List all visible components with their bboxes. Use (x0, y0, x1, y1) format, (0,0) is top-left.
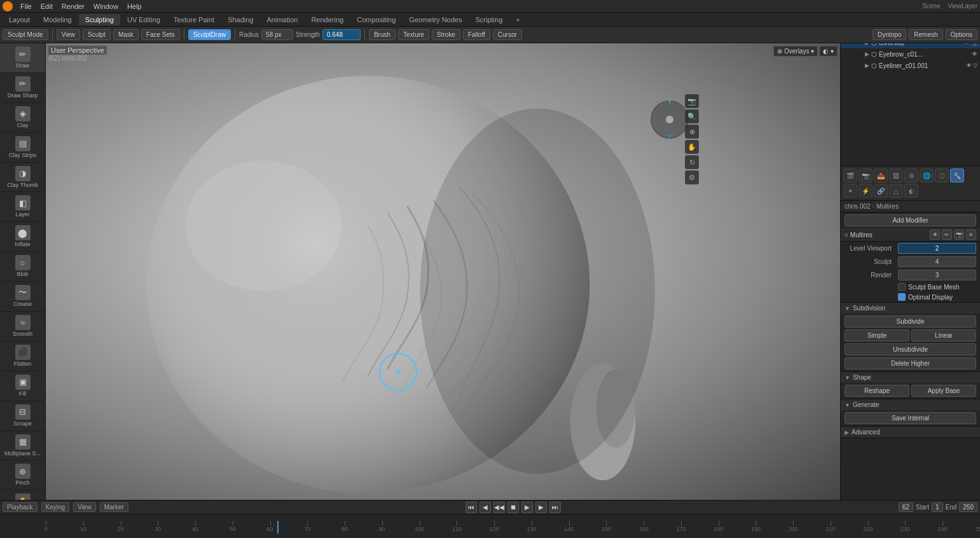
settings-icon[interactable]: ⚙ (685, 170, 699, 184)
prop-physics-icon[interactable]: ⚡ (859, 184, 873, 198)
options-btn[interactable]: Options (946, 29, 977, 40)
viewport[interactable]: User Perspective (62) chris.002 ⊕ Overla… (46, 43, 840, 500)
step-back-btn[interactable]: ◀ (480, 502, 491, 513)
radius-input[interactable] (261, 29, 293, 40)
prop-view-layer-icon[interactable]: 🖼 (889, 169, 903, 183)
tool-clay-strips[interactable]: ▤ Clay Strips (0, 133, 45, 163)
view-btn[interactable]: View (73, 502, 96, 512)
jump-end-btn[interactable]: ⏭ (549, 502, 561, 513)
prop-material-icon[interactable]: ◐ (904, 184, 918, 198)
overlays-btn[interactable]: ⊕ Overlays ▾ (773, 46, 818, 57)
sculpt-base-mesh-checkbox[interactable] (898, 283, 906, 291)
cursor-dropdown[interactable]: Cursor (493, 29, 522, 40)
stop-btn[interactable]: ⏹ (507, 502, 519, 513)
play-btn[interactable]: ▶ (521, 502, 533, 513)
tab-animation[interactable]: Animation (261, 14, 305, 25)
timeline-track[interactable]: 0102030405060708090100110120130140150160… (46, 521, 980, 534)
tab-sculpting[interactable]: Sculpting (79, 14, 120, 25)
generate-header[interactable]: ▼ Generate (841, 399, 980, 410)
delete-higher-btn[interactable]: Delete Higher (845, 357, 976, 369)
prop-constraints-icon[interactable]: 🔗 (874, 184, 888, 198)
apply-base-btn[interactable]: Apply Base (911, 385, 976, 397)
start-frame-input[interactable]: 1 (932, 502, 943, 512)
tool-blob[interactable]: ○ Blob (0, 252, 45, 282)
prop-modifier-icon[interactable]: 🔧 (950, 169, 964, 183)
dyntopo-btn[interactable]: Dyntopo (873, 29, 906, 40)
shape-header[interactable]: ▼ Shape (841, 372, 980, 383)
tab-layout[interactable]: Layout (3, 14, 36, 25)
menu-window[interactable]: Window (90, 1, 122, 11)
jump-start-btn[interactable]: ⏮ (466, 502, 477, 513)
keying-btn[interactable]: Keying (41, 502, 70, 512)
menu-render[interactable]: Render (58, 1, 88, 11)
tool-clay-thumb[interactable]: ◑ Clay Thumb (0, 163, 45, 193)
end-frame-input[interactable]: 250 (959, 502, 977, 512)
level-viewport-value[interactable]: 2 (898, 243, 976, 254)
tab-uv-editing[interactable]: UV Editing (121, 14, 167, 25)
eyeliner-eye-icon[interactable]: 👁 (966, 62, 972, 69)
outliner-eyeliner[interactable]: ▶ ⬡ Eyeliner_c01.001 👁 ▽ (841, 60, 980, 71)
render-level-value[interactable]: 3 (898, 270, 976, 280)
multires-render-btn[interactable]: 📷 (954, 230, 964, 240)
tool-crease[interactable]: 〜 Crease (0, 282, 45, 312)
advanced-header[interactable]: ▶ Advanced (841, 427, 980, 438)
subdivide-btn[interactable]: Subdivide (845, 315, 976, 328)
add-modifier-btn[interactable]: Add Modifier (845, 214, 976, 226)
current-frame-display[interactable]: 62 (899, 502, 913, 512)
simple-btn[interactable]: Simple (845, 329, 909, 341)
sculpt-level-value[interactable]: 4 (898, 256, 976, 267)
brush-selector[interactable]: SculptDraw (188, 29, 231, 40)
outliner-eyebrow[interactable]: ▶ ⬡ Eyebrow_c01... 👁 (841, 48, 980, 60)
gizmo-z-axis[interactable]: Z (668, 134, 672, 141)
strength-input[interactable] (322, 29, 361, 40)
rotate-view-icon[interactable]: ↻ (685, 155, 699, 169)
menu-file[interactable]: File (17, 1, 36, 11)
remesh-btn[interactable]: Remesh (909, 29, 942, 40)
tab-geometry-nodes[interactable]: Geometry Nodes (403, 14, 468, 25)
transform-icon[interactable]: ⊕ (685, 125, 699, 139)
prop-scene-icon[interactable]: 🎬 (843, 169, 857, 183)
menu-help[interactable]: Help (123, 1, 146, 11)
tool-draw-sharp[interactable]: ✏ Draw Sharp (0, 73, 45, 103)
tool-clay[interactable]: ◈ Clay (0, 103, 45, 133)
brush-dropdown[interactable]: Brush (369, 29, 396, 40)
tab-compositing[interactable]: Compositing (350, 14, 402, 25)
tab-modeling[interactable]: Modeling (37, 14, 78, 25)
prop-output-icon[interactable]: 📤 (874, 169, 888, 183)
multires-vis-btn[interactable]: 👁 (930, 230, 940, 240)
save-internal-btn[interactable]: Save Internal (845, 412, 976, 424)
stroke-dropdown[interactable]: Stroke (432, 29, 460, 40)
tool-pinch[interactable]: ⊕ Pinch (0, 460, 45, 490)
prop-object-icon[interactable]: ⬡ (935, 169, 949, 183)
falloff-dropdown[interactable]: Falloff (463, 29, 490, 40)
tool-multiplane-s[interactable]: ▦ Multiplane S... (0, 431, 45, 461)
tab-shading[interactable]: Shading (221, 14, 259, 25)
play-reverse-btn[interactable]: ◀◀ (493, 502, 505, 513)
tool-smooth[interactable]: ≈ Smooth (0, 312, 45, 341)
add-workspace[interactable]: + (509, 14, 526, 25)
prop-object-data-icon[interactable]: △ (889, 184, 903, 198)
gizmo-y-axis[interactable]: Y (668, 99, 672, 105)
mask-menu[interactable]: Mask (113, 29, 139, 40)
view-menu[interactable]: View (57, 29, 81, 40)
optimal-display-checkbox[interactable] (898, 293, 906, 301)
linear-btn[interactable]: Linear (911, 329, 976, 341)
eyebrow-eye-icon[interactable]: 👁 (972, 51, 977, 57)
shading-btn[interactable]: ◐ ▾ (819, 46, 838, 57)
unsubdivide-btn[interactable]: Unsubdivide (845, 343, 976, 355)
prop-scene-settings-icon[interactable]: ⚙ (904, 169, 918, 183)
multires-delete-btn[interactable]: ✕ (966, 230, 976, 240)
sculpt-menu[interactable]: Sculpt (83, 29, 111, 40)
tab-texture-paint[interactable]: Texture Paint (167, 14, 221, 25)
tool-layer[interactable]: ◧ Layer (0, 192, 45, 222)
tool-flatten[interactable]: ⬛ Flatten (0, 341, 45, 371)
eyeliner-filter-icon[interactable]: ▽ (973, 62, 977, 69)
tool-grab[interactable]: ✋ Grab (0, 490, 45, 500)
gizmo-circle[interactable]: X Y Z (651, 100, 689, 139)
prop-world-icon[interactable]: 🌐 (920, 169, 934, 183)
step-forward-btn[interactable]: ▶ (535, 502, 547, 513)
tool-inflate[interactable]: ⬤ Inflate (0, 222, 45, 252)
mode-selector[interactable]: Sculpt Mode (3, 29, 48, 40)
zoom-icon[interactable]: 🔍 (685, 109, 699, 123)
tool-fill[interactable]: ▣ Fill (0, 371, 45, 401)
